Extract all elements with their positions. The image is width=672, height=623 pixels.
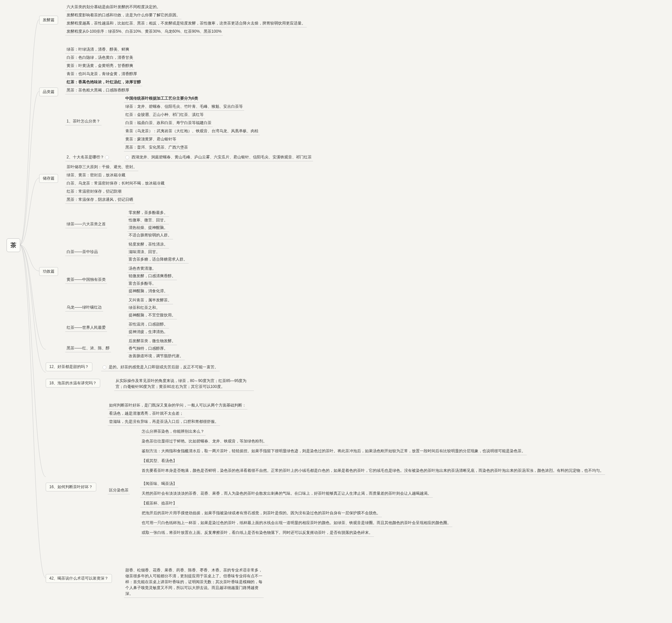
q16-dye: 把泡开后的茶叶片用手摸使劲捻搓，如果手指被染绿或者有滑石感觉，则茶叶是假的。因为…: [140, 509, 382, 517]
q16-dye: 【闻茶味、喝茶汤】: [140, 480, 178, 488]
effect-pt: 轻度发酵，茶性清凉。: [127, 241, 169, 248]
effect-pt: 提神醒脑，消食化滞。: [127, 287, 169, 295]
root-label: 茶: [10, 241, 16, 249]
node-q42[interactable]: 42、喝茶说什么术语可以装资深？: [46, 574, 112, 583]
category-q1[interactable]: 1、茶叶怎么分类？: [65, 118, 101, 125]
category-q1-item: 黑茶：普洱、安化黑茶、广西六堡茶: [124, 144, 189, 151]
category-q2[interactable]: 2、十大名茶是哪些？: [65, 153, 112, 161]
node-category-label: 品类篇: [43, 89, 55, 94]
effect-pt: 茶性温润，口感甜醇。: [127, 321, 169, 328]
node-storage-label: 储存篇: [43, 176, 55, 181]
category-q1-item: 绿茶：龙井、碧螺春、信阳毛尖、竹叶青、毛峰、猴魁、安吉白茶等: [124, 103, 244, 111]
storage-line: 红茶：常温密封保存，切记防潮: [65, 188, 123, 196]
root-node[interactable]: 茶: [6, 238, 20, 252]
q16-dye-label[interactable]: 区分染色茶: [108, 486, 130, 494]
q42-answer: 甜香、松烟香、花香、果香、药香、陈香、枣香、木香。茶的专业术语非常多，做茶很多年…: [124, 566, 264, 598]
effect-pt: 滋味清淡、回甘。: [127, 248, 161, 256]
q16-dye: 怎么分辨茶染色，你能辨别出来么？: [140, 428, 206, 436]
effect-pt: 零发酵，茶多酚最多。: [127, 209, 169, 217]
node-effect-label: 功效篇: [43, 269, 55, 274]
node-storage[interactable]: 储存篇: [39, 174, 58, 183]
q16-intro: 看汤色，越是清澈透亮，茶叶就不太会差；: [108, 410, 185, 418]
effect-tea[interactable]: 白茶——茶中珍品: [65, 248, 99, 256]
node-q18[interactable]: 18、泡茶的水温有讲究吗？: [46, 379, 100, 388]
storage-line: 绿茶、黄茶：密封后，放冰箱冷藏: [65, 171, 127, 179]
effect-pt: 富含茶多糖，适合降糖需求人群。: [127, 256, 189, 264]
q16-dye: 【观茶杯、捻茶叶】: [140, 500, 178, 507]
storage-line: 白茶、乌龙茶：常温密封保存；长时间不喝，放冰箱冷藏: [65, 180, 166, 187]
node-effect[interactable]: 功效篇: [39, 267, 58, 276]
q16-intro: 如何判断茶叶好坏，是门既深又复杂的学问，一般人可以从两个方面基础判断：: [108, 402, 247, 410]
q16-intro: 尝滋味，先是没有异味，再是茶汤入口后，口腔和胃都很舒服。: [108, 418, 220, 426]
node-fermentation-label: 发酵篇: [43, 18, 55, 22]
effect-pt: 提神醒脑，不宜空腹饮用。: [127, 312, 177, 319]
storage-line: 茶叶储存三大原则：干燥、避光、密封。: [65, 163, 139, 171]
effect-tea[interactable]: 黄茶——中国独有茶类: [65, 276, 107, 284]
q12-answer: 是的。好茶的感觉是入口即甜或先苦后甜，反正不可能一直苦。: [101, 363, 220, 371]
node-q18-label: 18、泡茶的水温有讲究吗？: [49, 381, 97, 385]
storage-line: 黑茶：常温保存，阴凉通风，切记日晒: [65, 196, 134, 204]
effect-tea[interactable]: 绿茶——六大茶类之首: [65, 220, 107, 228]
node-category[interactable]: 品类篇: [39, 88, 58, 96]
node-q12[interactable]: 12、好茶都是甜的吗？: [46, 362, 92, 371]
q16-dye: 也可用一只白色纸杯泡上一杯茶，如果是染过色的茶叶，纸杯最上面的水线会出现一道明显…: [140, 519, 452, 527]
effect-pt: 清热祛燥、提神醒脑。: [127, 224, 169, 232]
category-line-bold: 红茶：香高色艳味浓，叶红汤红，浓厚甘醇: [65, 78, 142, 86]
node-q12-label: 12、好茶都是甜的吗？: [49, 364, 89, 369]
effect-pt: 绿茶和红茶之和。: [127, 304, 161, 312]
effect-pt: 提神消疲，生津清热。: [127, 328, 169, 336]
category-q2-ans-text: 西湖龙井、洞庭碧螺春、黄山毛峰、庐山云雾、六安瓜片、君山银针、信阳毛尖、安溪铁观…: [131, 155, 312, 159]
effect-pt: 不适合肠胃较弱的人群。: [127, 232, 173, 239]
fermentation-line: 六大茶类的划分基础是由茶叶发酵的不同程度决定的。: [65, 3, 162, 11]
category-q1-head: 中国传统茶叶根据加工工艺分主要分为6类: [124, 95, 200, 102]
q16-dye: 首先要看茶叶本身是否饱满，颜色是否鲜明，染色茶的色泽看着很不自然。正常的茶叶上的…: [140, 467, 605, 475]
category-q1-item: 青茶（乌龙茶）：武夷岩茶（大红袍）、铁观音、台湾乌龙、凤凰单枞、肉桂: [124, 127, 260, 135]
category-line: 黄茶：叶黄汤黄，金黄明亮，甘香醇爽: [65, 62, 134, 70]
node-q16[interactable]: 16、如何判断茶叶好坏？: [46, 483, 96, 492]
category-line: 绿茶：叶绿汤清，清香、醇美、鲜爽: [65, 46, 130, 54]
q16-dye: 天然的茶叶会有淡淡淡淡的茶香、花香、果香，而人为染色的茶叶会散发出刺鼻的气味。在…: [140, 490, 433, 498]
category-q1-item: 白茶：福鼎白茶、政和白茶、寿宁白茶等福建白茶: [124, 119, 213, 127]
fermentation-line: 发酵程度影响着茶的口感和功效，这是为什么你要了解它的原因。: [65, 11, 181, 19]
fermentation-line: 发酵程度从0-100排序：绿茶5%、白茶10%、黄茶30%、乌龙60%、红茶90…: [65, 28, 223, 36]
category-line: 白茶：色白隐绿，汤色黄白，清香甘美: [65, 54, 134, 62]
node-fermentation[interactable]: 发酵篇: [39, 16, 58, 25]
category-q1-item: 红茶：金骏眉、正山小种、祁门红茶、滇红等: [124, 111, 205, 119]
effect-tea[interactable]: 乌龙——绿叶镶红边: [65, 304, 103, 312]
category-line: 青茶：也叫乌龙茶，青绿金黄，清香醇厚: [65, 70, 139, 78]
effect-tea[interactable]: 红茶——世界人民最爱: [65, 324, 107, 332]
category-q2-ans: 西湖龙井、洞庭碧螺春、黄山毛峰、庐山云雾、六安瓜片、君山银针、信阳毛尖、安溪铁观…: [124, 153, 313, 161]
effect-pt: 轻微发酵，口感清爽香醇。: [127, 272, 177, 280]
q16-dye: 或取一张白纸，将茶叶放置在上面。反复摩擦茶叶，看白纸上是否有染色物落下。同时还可…: [140, 529, 374, 537]
fermentation-line: 发酵程度越高，茶性越温和，比如红茶、黑茶；相反，不发酵或是轻度发酵，茶性微寒，这…: [65, 20, 307, 27]
category-q2-text: 2、十大名茶是哪些？: [67, 155, 104, 159]
effect-pt: 汤色杏黄清澈。: [127, 265, 157, 273]
q16-dye: 鉴别方法：大拇指和食指蘸清水后，取一两片茶叶，轻轻搓捏。如果手指留下很明显绿色迹…: [140, 447, 527, 455]
q16-dye: 染色茶往往显得过于鲜艳。比如碧螺春、龙井、铁观音，等加绿色粉剂。: [140, 438, 268, 445]
node-q16-label: 16、如何判断茶叶好坏？: [49, 484, 93, 489]
q18-answer: 从实际操作及常见茶叶的角度来说，绿茶，80～90度为宜；红茶85—95度为宜；白…: [114, 377, 254, 391]
badge-icon: [102, 365, 106, 369]
effect-pt: 后发酵茶类，微生物发酵。: [127, 337, 177, 345]
effect-pt: 性微寒、微苦、回甘。: [127, 216, 169, 224]
badge-icon: [125, 155, 129, 159]
effect-pt: 改善肠道环境，调节脂肪代谢。: [127, 352, 185, 360]
effect-tea[interactable]: 黑茶——红、浓、陈、醇: [65, 345, 111, 352]
q12-answer-text: 是的。好茶的感觉是入口即甜或先苦后甜，反正不可能一直苦。: [109, 365, 218, 369]
effect-pt: 香气独特，口感醇厚。: [127, 345, 169, 353]
effect-pt: 又叫青茶，属半发酵茶。: [127, 296, 173, 304]
category-line: 黑茶：茶色粗大黑褐，口感陈香醇厚: [65, 87, 130, 94]
node-q42-label: 42、喝茶说什么术语可以装资深？: [49, 576, 109, 581]
category-q1-item: 黄茶：蒙顶黄芽、君山银针等: [124, 136, 178, 143]
effect-pt: 富含茶多酚等。: [127, 280, 157, 288]
badge-icon: [105, 155, 109, 159]
q16-dye: 【观其型、看汤色】: [140, 457, 178, 465]
